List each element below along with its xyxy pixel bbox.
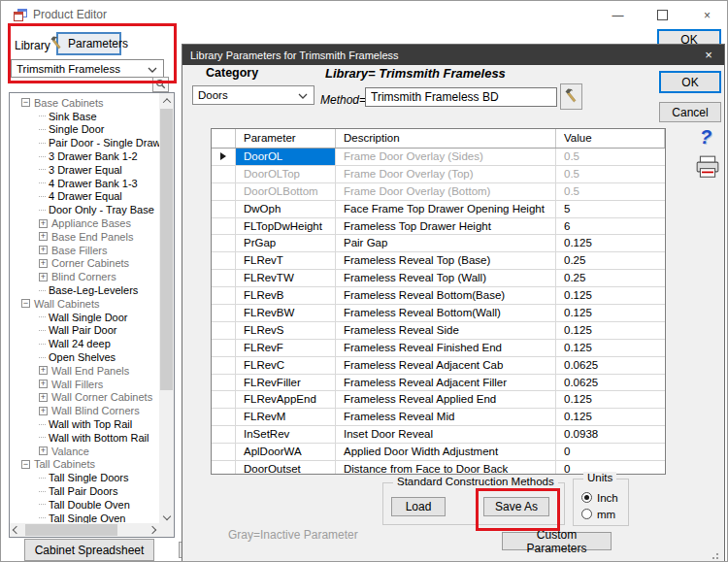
tree-horizontal-scrollbar[interactable] (10, 523, 174, 537)
value-cell[interactable]: 0.25 (556, 252, 665, 269)
collapse-icon[interactable]: − (21, 98, 30, 107)
row-selector[interactable] (212, 149, 236, 165)
tree-item[interactable]: Wall Single Door (11, 311, 159, 324)
description-cell[interactable]: Frame Door Overlay (Bottom) (336, 183, 556, 200)
tree-item[interactable]: −Wall Cabinets (11, 297, 159, 311)
tree-item[interactable]: Open Shelves (11, 350, 159, 364)
column-header-description[interactable]: Description (336, 129, 556, 148)
row-selector[interactable] (212, 201, 236, 217)
value-cell[interactable]: 0.5 (556, 149, 665, 165)
tree-item[interactable]: Wall Pair Door (11, 324, 159, 338)
tree-item[interactable]: Sink Base (11, 110, 159, 123)
tree-item[interactable]: 3 Drawer Bank 1-2 (11, 149, 159, 163)
parameter-cell[interactable]: FLRevS (236, 322, 336, 339)
tree-item[interactable]: +Appliance Bases (11, 216, 159, 230)
column-header-value[interactable]: Value (556, 129, 665, 148)
row-selector[interactable] (212, 235, 236, 251)
parameter-cell[interactable]: FLRevTW (236, 270, 336, 286)
parameter-cell[interactable]: DwOph (236, 201, 336, 217)
help-icon[interactable]: ? (700, 126, 711, 149)
tree-item[interactable]: Single Door (11, 123, 159, 137)
tree-item[interactable]: 3 Drawer Equal (11, 163, 159, 177)
tree-item[interactable]: +Base End Panels (11, 230, 159, 244)
tree-item[interactable]: Door Only - Tray Base (11, 203, 159, 216)
description-cell[interactable]: Frameless Reveal Bottom(Wall) (336, 305, 556, 321)
parameter-row[interactable]: FLRevTFrameless Reveal Top (Base)0.25 (212, 252, 665, 270)
row-selector[interactable] (212, 444, 236, 460)
tree-item[interactable]: Tall Single Doors (11, 471, 159, 484)
parameter-cell[interactable]: DoorOLTop (236, 166, 336, 182)
tree-item[interactable]: 4 Drawer Equal (11, 190, 159, 204)
expand-icon[interactable]: + (39, 246, 48, 254)
custom-parameters-button[interactable]: Custom Parameters (502, 532, 612, 550)
tree-item[interactable]: +Valance (11, 445, 159, 458)
tree-item[interactable]: +Wall End Panels (11, 364, 159, 378)
expand-icon[interactable]: + (39, 366, 48, 375)
tree-vertical-scrollbar[interactable] (159, 93, 174, 523)
parameter-row[interactable]: FLRevFillerFrameless Reveal Adjacent Fil… (212, 375, 665, 392)
value-cell[interactable]: 0.125 (556, 305, 665, 321)
dialog-titlebar[interactable]: Library Parameters for Trimsmith Framele… (182, 45, 724, 65)
tree-item[interactable]: Tall Pair Doors (11, 484, 159, 498)
value-cell[interactable]: 0.125 (556, 235, 665, 251)
expand-icon[interactable]: + (39, 232, 48, 241)
tree-item[interactable]: Tall Single Oven (11, 512, 159, 523)
row-selector[interactable] (212, 409, 236, 425)
parameter-cell[interactable]: FLRevC (236, 357, 336, 374)
value-cell[interactable]: 0.25 (556, 270, 665, 286)
parameters-button[interactable]: Parameters (56, 32, 121, 55)
value-cell[interactable]: 6 (556, 218, 665, 235)
value-cell[interactable]: 0.125 (556, 409, 665, 425)
row-selector[interactable] (212, 340, 236, 356)
close-button[interactable]: × (685, 1, 728, 29)
value-cell[interactable]: 0.125 (556, 391, 665, 408)
row-selector[interactable] (212, 183, 236, 200)
value-cell[interactable]: 0.125 (556, 322, 665, 339)
parameter-cell[interactable]: FLTopDwHeight (236, 218, 336, 235)
minimize-button[interactable]: — (596, 1, 640, 29)
value-cell[interactable]: 0.0625 (556, 357, 665, 374)
parameter-row[interactable]: FLRevMFrameless Reveal Mid0.125 (212, 409, 665, 426)
value-cell[interactable]: 0.125 (556, 340, 665, 356)
parameter-cell[interactable]: DoorOLBottom (236, 183, 336, 200)
tree-item[interactable]: Tall Double Oven (11, 498, 159, 512)
print-icon[interactable] (695, 155, 720, 182)
category-select[interactable]: Doors (192, 85, 314, 105)
tree-item[interactable]: +Corner Cabinets (11, 257, 159, 271)
parameter-row[interactable]: DoorOLBottomFrame Door Overlay (Bottom)0… (212, 183, 665, 201)
resize-grip[interactable] (711, 550, 721, 560)
scroll-left-icon[interactable] (10, 523, 23, 537)
value-cell[interactable]: 0.125 (556, 287, 665, 304)
dialog-cancel-button[interactable]: Cancel (659, 102, 721, 122)
row-selector[interactable] (212, 305, 236, 321)
value-cell[interactable]: 0.0625 (556, 375, 665, 391)
parameter-row[interactable]: FLRevCFrameless Reveal Adjacent Cab0.062… (212, 357, 665, 375)
expand-icon[interactable]: + (39, 273, 48, 281)
description-cell[interactable]: Frameless Reveal Adjacent Cab (336, 357, 556, 374)
tree-item[interactable]: −Base Cabinets (11, 96, 159, 110)
parameter-row[interactable]: FLTopDwHeightFrameless Top Drawer Height… (212, 218, 665, 236)
description-cell[interactable]: Distance from Face to Door Back (336, 461, 556, 475)
dialog-close-button[interactable]: × (693, 45, 724, 65)
description-cell[interactable]: Frameless Reveal Adjacent Filler (336, 375, 556, 391)
unit-option-inch[interactable]: Inch (581, 489, 628, 506)
parameter-row[interactable]: FLRevSFrameless Reveal Side0.125 (212, 322, 665, 340)
expand-icon[interactable]: + (39, 393, 48, 402)
description-cell[interactable]: Frameless Reveal Top (Wall) (336, 270, 556, 286)
library-select[interactable]: Trimsmith Frameless (11, 59, 164, 78)
value-cell[interactable]: 0.5 (556, 183, 665, 200)
description-cell[interactable]: Pair Gap (336, 235, 556, 251)
value-cell[interactable]: 0.5 (556, 166, 665, 182)
description-cell[interactable]: Frameless Reveal Mid (336, 409, 556, 425)
tree-item[interactable]: 4 Drawer Bank 1-3 (11, 177, 159, 190)
description-cell[interactable]: Frameless Reveal Bottom(Base) (336, 287, 556, 304)
parameter-cell[interactable]: InSetRev (236, 426, 336, 443)
tree-item[interactable]: Wall 24 deep (11, 337, 159, 350)
row-selector[interactable] (212, 287, 236, 304)
value-cell[interactable]: 5 (556, 201, 665, 217)
description-cell[interactable]: Face Frame Top Drawer Opening Height (336, 201, 556, 217)
parameter-cell[interactable]: FLRevM (236, 409, 336, 425)
parameter-cell[interactable]: FLRevBW (236, 305, 336, 321)
dialog-ok-button[interactable]: OK (659, 71, 721, 93)
parameter-row[interactable]: FLRevAppEndFrameless Reveal Applied End0… (212, 391, 665, 409)
